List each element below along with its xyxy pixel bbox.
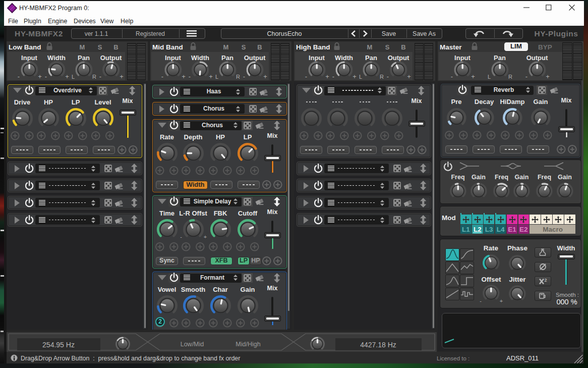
svg-text:2: 2	[545, 278, 547, 283]
